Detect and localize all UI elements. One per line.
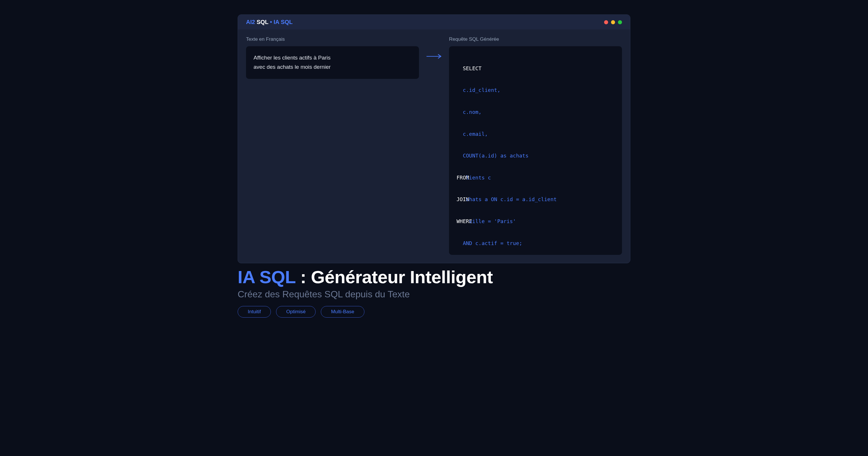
sql-value: c.id_client,	[463, 87, 500, 93]
hero-title: IA SQL : Générateur Intelligent	[238, 267, 630, 287]
pills: Intuitif Optimisé Multi-Base	[238, 306, 630, 318]
close-icon[interactable]	[604, 20, 608, 24]
input-pane-label: Texte en Français	[246, 36, 419, 42]
sql-value: lients c	[466, 174, 491, 180]
sql-value: c.email,	[463, 131, 488, 137]
hero: IA SQL : Générateur Intelligent Créez de…	[238, 267, 630, 317]
maximize-icon[interactable]	[618, 20, 622, 24]
output-pane: Requête SQL Générée SELECT c.id_client, …	[449, 36, 622, 255]
brand-suffix: IA SQL	[274, 19, 293, 25]
window-title: AI2 SQL • IA SQL	[246, 19, 293, 25]
input-line-2: avec des achats le mois dernier	[253, 62, 411, 72]
brand-main: SQL	[255, 19, 268, 25]
pill-intuitif[interactable]: Intuitif	[238, 306, 271, 318]
hero-title-blue: IA SQL	[238, 267, 296, 287]
natural-language-input[interactable]: Afficher les clients actifs à Paris avec…	[246, 46, 419, 79]
titlebar: AI2 SQL • IA SQL	[238, 15, 630, 29]
hero-subtitle: Créez des Requêtes SQL depuis du Texte	[238, 289, 630, 300]
window-controls	[604, 20, 622, 24]
sql-value: ville = 'Paris'	[469, 218, 516, 224]
input-pane: Texte en Français Afficher les clients a…	[246, 36, 419, 79]
window-body: Texte en Français Afficher les clients a…	[238, 29, 630, 263]
brand-separator: •	[268, 19, 274, 25]
brand-prefix: AI2	[246, 19, 255, 25]
input-line-1: Afficher les clients actifs à Paris	[253, 53, 411, 62]
pill-multibase[interactable]: Multi-Base	[321, 306, 364, 318]
sql-value: COUNT(a.id) as achats	[463, 152, 529, 159]
app-window: AI2 SQL • IA SQL Texte en Français Affic…	[238, 15, 630, 263]
hero-title-white: : Générateur Intelligent	[296, 267, 493, 287]
sql-value: AND c.actif = true;	[463, 240, 522, 246]
sql-keyword: SELECT	[463, 65, 482, 72]
sql-value: c.nom,	[463, 109, 482, 115]
pill-optimise[interactable]: Optimisé	[276, 306, 316, 318]
sql-value: chats a ON c.id = a.id_client	[466, 196, 557, 202]
sql-output[interactable]: SELECT c.id_client, c.nom, c.email, COUN…	[449, 46, 622, 255]
arrow-icon	[426, 54, 442, 59]
minimize-icon[interactable]	[611, 20, 615, 24]
output-pane-label: Requête SQL Générée	[449, 36, 622, 42]
